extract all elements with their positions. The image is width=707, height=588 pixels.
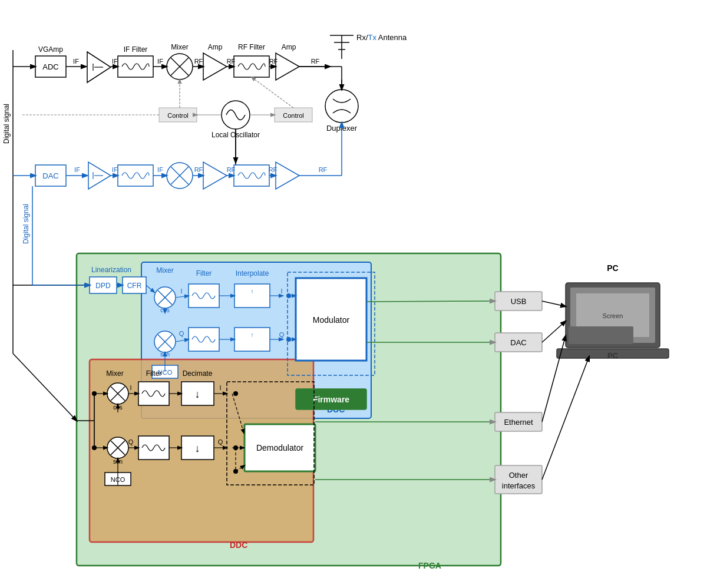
svg-text:RF: RF [269,166,277,173]
svg-point-181 [233,391,238,396]
svg-text:RF: RF [194,166,203,173]
svg-rect-114 [234,284,270,308]
svg-text:Amp: Amp [208,43,223,51]
svg-text:IF: IF [112,58,118,65]
svg-text:CFR: CFR [127,282,142,290]
svg-text:VGAmp: VGAmp [38,45,63,54]
svg-text:RF: RF [319,166,328,173]
block-diagram: ADC IF IF IF RF RF RF RF VGAmp IF Filter… [0,0,707,588]
svg-text:I: I [219,384,221,391]
svg-text:Q: Q [218,438,223,445]
svg-text:FPGA: FPGA [418,561,441,570]
svg-text:USB: USB [511,297,527,306]
svg-point-134 [286,337,291,342]
svg-text:↑: ↑ [251,288,254,295]
svg-text:Mixer: Mixer [171,43,188,51]
svg-text:Linearization: Linearization [91,266,131,274]
svg-line-53 [252,77,293,108]
svg-marker-11 [203,53,227,80]
svg-rect-60 [118,165,153,186]
svg-text:I: I [130,384,131,391]
svg-marker-13 [276,53,299,80]
svg-text:Q: Q [128,438,134,445]
svg-text:Q: Q [279,331,285,338]
svg-text:Other: Other [509,471,528,480]
svg-text:RF: RF [269,58,278,65]
svg-text:PC: PC [607,351,619,360]
svg-text:Control: Control [167,112,188,119]
svg-text:RF Filter: RF Filter [238,43,265,51]
svg-text:Control: Control [283,112,303,119]
svg-text:Digital signal: Digital signal [22,204,30,244]
svg-text:I: I [280,288,282,295]
svg-text:Digital signal: Digital signal [2,104,11,144]
svg-rect-207 [569,326,633,344]
svg-rect-65 [234,165,269,186]
svg-text:Demodulator: Demodulator [256,443,303,452]
svg-text:IF: IF [73,58,79,65]
svg-text:IF: IF [112,166,118,173]
svg-text:DPD: DPD [95,282,111,290]
svg-text:I: I [180,288,182,295]
svg-text:↑: ↑ [251,332,254,338]
svg-text:Screen: Screen [603,312,623,319]
svg-text:Amp: Amp [282,43,296,51]
svg-line-213 [542,356,589,480]
svg-line-212 [542,336,566,422]
svg-text:Rx/Tx Antenna: Rx/Tx Antenna [356,33,407,42]
svg-line-198 [366,301,495,302]
svg-text:IF: IF [74,166,80,173]
svg-text:interfaces: interfaces [502,481,536,490]
svg-text:IF: IF [157,166,163,173]
svg-rect-12 [234,56,269,77]
svg-text:↓: ↓ [195,442,200,454]
svg-text:Q: Q [179,330,184,337]
svg-text:Filter: Filter [196,269,212,278]
svg-text:↓: ↓ [195,388,200,400]
svg-rect-7 [118,56,153,77]
svg-text:DAC: DAC [510,338,526,347]
svg-text:Mixer: Mixer [106,369,123,378]
svg-text:IF Filter: IF Filter [124,45,148,54]
svg-text:Firmware: Firmware [313,395,349,404]
svg-text:DDC: DDC [230,540,247,550]
adc-label: ADC [42,62,58,71]
svg-text:PC: PC [607,263,618,273]
svg-text:DAC: DAC [42,171,58,180]
svg-marker-64 [203,162,227,189]
svg-point-34 [325,90,358,123]
svg-line-211 [542,321,566,342]
svg-text:Ethernet: Ethernet [504,418,533,427]
svg-text:Decimate: Decimate [183,369,213,378]
svg-line-216 [13,354,77,421]
svg-text:Mixer: Mixer [156,266,173,275]
svg-text:IF: IF [157,58,163,65]
svg-line-210 [542,301,566,306]
svg-marker-66 [276,162,299,189]
svg-point-133 [286,293,291,298]
svg-text:RF: RF [227,166,236,173]
svg-text:RF: RF [311,58,320,65]
svg-text:RF: RF [194,58,203,65]
svg-text:Modulator: Modulator [313,315,350,325]
svg-rect-116 [234,328,270,351]
svg-text:RF: RF [227,58,236,65]
svg-text:Filter: Filter [146,369,162,378]
svg-text:Interpolate: Interpolate [236,269,269,278]
